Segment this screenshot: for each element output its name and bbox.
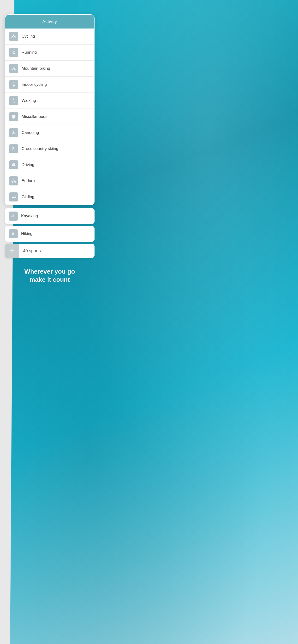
running-label: Running	[22, 50, 37, 55]
mountain-bike-icon	[11, 66, 16, 71]
more-sports-item[interactable]: 40 sports	[5, 244, 95, 258]
hiking-icon-box	[9, 229, 18, 238]
svg-rect-13	[12, 164, 16, 166]
activity-item-cycling[interactable]: Cycling	[5, 28, 94, 44]
skiing-icon	[11, 146, 16, 152]
svg-point-19	[13, 214, 14, 215]
gliding-label: Gliding	[22, 194, 34, 199]
miscellaneous-label: Miscellaneous	[22, 114, 48, 119]
kayaking-label: Kayaking	[21, 214, 38, 218]
activity-item-canoeing[interactable]: Canoeing	[5, 125, 94, 141]
driving-icon	[11, 162, 16, 168]
more-sports-label: 40 sports	[19, 248, 41, 254]
activity-item-walking[interactable]: Walking	[5, 93, 94, 109]
indoor-cycling-label: Indoor cycling	[22, 82, 47, 87]
svg-point-7	[14, 82, 14, 83]
activity-item-cross-country-skiing[interactable]: Cross country skiing	[5, 141, 94, 157]
mountain-bike-label: Mountain biking	[22, 66, 50, 71]
svg-point-9	[14, 98, 14, 99]
cycling-icon-box	[9, 32, 18, 41]
mountain-bike-icon-box	[9, 64, 18, 73]
svg-point-20	[13, 232, 14, 232]
card-header: Activity	[5, 15, 94, 28]
activity-item-gliding[interactable]: Gliding	[5, 189, 94, 205]
svg-point-10	[14, 131, 14, 132]
svg-point-17	[12, 181, 13, 182]
activity-item-driving[interactable]: Driving	[5, 157, 94, 173]
indoor-cycling-icon-box	[9, 80, 18, 89]
plus-icon-box	[5, 244, 19, 258]
kayaking-icon	[11, 214, 16, 219]
svg-point-18	[14, 181, 16, 182]
walking-icon-box	[9, 96, 18, 105]
card-title: Activity	[42, 19, 57, 24]
cycling-icon	[11, 34, 16, 39]
driving-icon-box	[9, 160, 18, 170]
tagline-line1: Wherever you go	[25, 268, 75, 275]
tagline-line2: make it count	[30, 276, 70, 283]
svg-point-15	[14, 166, 15, 166]
activity-item-kayaking[interactable]: Kayaking	[5, 208, 95, 224]
tagline: Wherever you go make it count	[5, 263, 95, 294]
activity-card: Activity Cycling	[5, 14, 95, 205]
walking-label: Walking	[22, 98, 36, 103]
svg-line-11	[13, 132, 14, 134]
svg-point-14	[13, 166, 13, 166]
shield-icon	[11, 114, 16, 119]
plus-icon	[9, 248, 15, 254]
activity-item-indoor-cycling[interactable]: Indoor cycling	[5, 77, 94, 93]
gliding-icon	[11, 194, 16, 200]
kayaking-icon-box	[9, 212, 18, 221]
canoeing-icon-box	[9, 128, 18, 137]
activity-item-running[interactable]: Running	[5, 44, 94, 60]
enduro-icon-box	[9, 176, 18, 186]
activity-item-mountain-biking[interactable]: Mountain biking	[5, 60, 94, 77]
indoor-cycling-icon	[11, 82, 16, 87]
enduro-label: Enduro	[22, 178, 35, 183]
enduro-icon	[11, 178, 16, 184]
cycling-label: Cycling	[22, 34, 35, 39]
hiking-icon	[11, 231, 16, 236]
gliding-icon-box	[9, 192, 18, 202]
page: Activity Cycling	[0, 0, 99, 303]
more-sports-card: 40 sports	[5, 244, 95, 258]
hiking-card: Hiking	[5, 226, 95, 242]
svg-point-2	[14, 34, 14, 35]
hiking-label: Hiking	[21, 232, 32, 236]
running-icon	[11, 50, 16, 55]
svg-line-21	[12, 233, 13, 233]
svg-point-12	[14, 146, 14, 147]
kayaking-card: Kayaking	[5, 208, 95, 224]
activity-item-enduro[interactable]: Enduro	[5, 173, 94, 189]
canoeing-label: Canoeing	[22, 130, 39, 135]
running-icon-box	[9, 48, 18, 57]
activity-item-hiking[interactable]: Hiking	[5, 226, 95, 242]
svg-point-6	[14, 66, 14, 67]
tagline-text: Wherever you go make it count	[10, 268, 90, 284]
activity-item-miscellaneous[interactable]: Miscellaneous	[5, 109, 94, 125]
canoeing-icon	[11, 130, 16, 135]
walking-icon	[11, 98, 16, 103]
driving-label: Driving	[22, 162, 34, 167]
skiing-icon-box	[9, 144, 18, 153]
miscellaneous-icon-box	[9, 112, 18, 121]
cross-country-skiing-label: Cross country skiing	[22, 146, 58, 151]
svg-point-3	[14, 50, 14, 51]
